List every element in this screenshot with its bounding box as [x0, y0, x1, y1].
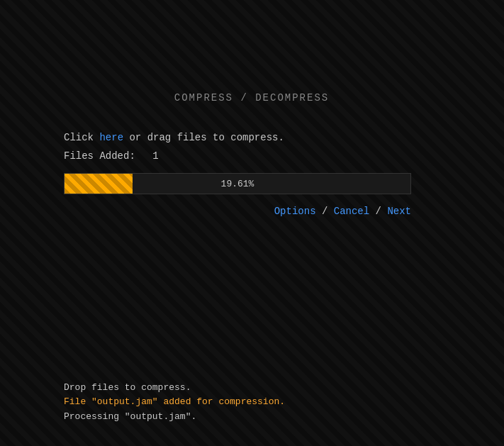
status-log: Drop files to compress. File "output.jam… — [64, 381, 285, 425]
files-added-label: Files Added: — [64, 150, 135, 162]
next-button[interactable]: Next — [387, 206, 411, 217]
actions-bar: Options / Cancel / Next — [64, 206, 411, 217]
separator-1: / — [322, 206, 334, 217]
status-line-3: Processing "output.jam". — [64, 410, 285, 425]
separator-2: / — [376, 206, 388, 217]
cancel-button[interactable]: Cancel — [334, 206, 369, 217]
files-added-count: 1 — [152, 150, 158, 162]
page-title: COMPRESS / DECOMPRESS — [64, 92, 439, 104]
click-here-link[interactable]: here — [99, 132, 123, 143]
status-line-1: Drop files to compress. — [64, 381, 285, 396]
click-prefix: Click — [64, 132, 99, 143]
status-line-2: File "output.jam" added for compression. — [64, 395, 285, 410]
files-added-info: Files Added: 1 — [64, 150, 439, 162]
click-suffix: or drag files to compress. — [123, 132, 284, 143]
progress-percent-label: 19.61% — [65, 179, 410, 189]
progress-bar-container: 19.61% — [64, 173, 411, 194]
options-button[interactable]: Options — [274, 206, 316, 217]
click-instruction: Click here or drag files to compress. — [64, 132, 439, 143]
